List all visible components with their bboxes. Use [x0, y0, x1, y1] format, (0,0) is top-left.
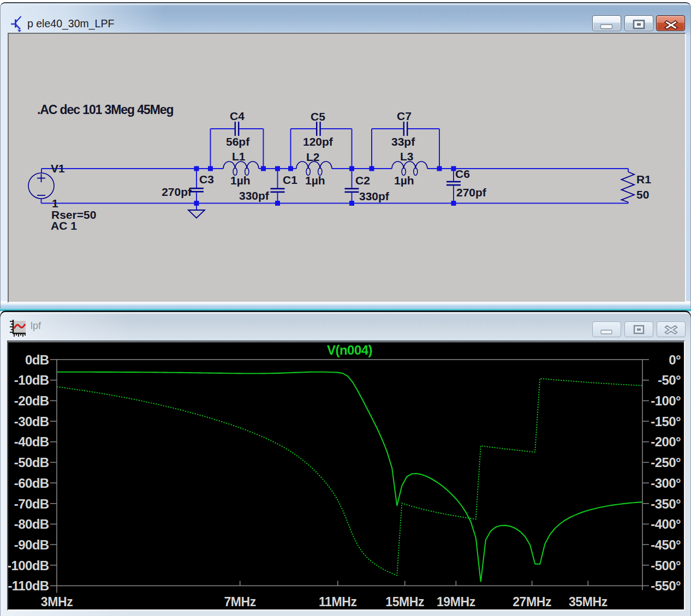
- svg-text:1: 1: [52, 197, 58, 210]
- svg-text:-10dB: -10dB: [14, 373, 49, 387]
- svg-text:15MHz: 15MHz: [385, 595, 424, 609]
- svg-text:50: 50: [636, 188, 649, 201]
- svg-text:-500°: -500°: [651, 558, 681, 573]
- svg-text:L2: L2: [306, 151, 320, 163]
- svg-text:-110dB: -110dB: [8, 578, 49, 593]
- svg-text:-30dB: -30dB: [14, 414, 49, 429]
- svg-text:33pf: 33pf: [391, 135, 415, 148]
- svg-text:-450°: -450°: [651, 537, 681, 552]
- svg-text:C5: C5: [311, 110, 325, 123]
- svg-text:-300°: -300°: [651, 476, 681, 491]
- svg-text:C6: C6: [455, 168, 470, 180]
- svg-text:330pf: 330pf: [239, 189, 270, 202]
- svg-text:19MHz: 19MHz: [437, 595, 475, 609]
- svg-text:27MHz: 27MHz: [513, 595, 551, 609]
- svg-text:R1: R1: [636, 173, 651, 186]
- svg-text:1µh: 1µh: [305, 174, 325, 187]
- svg-text:11MHz: 11MHz: [319, 595, 357, 609]
- svg-text:1µh: 1µh: [394, 174, 414, 187]
- svg-text:0dB: 0dB: [25, 352, 49, 367]
- svg-text:-90dB: -90dB: [14, 537, 49, 552]
- svg-text:V1: V1: [51, 162, 65, 175]
- svg-text:3MHz: 3MHz: [41, 595, 73, 609]
- svg-text:AC 1: AC 1: [51, 219, 77, 232]
- svg-text:-250°: -250°: [651, 455, 681, 470]
- svg-text:-350°: -350°: [651, 497, 681, 511]
- svg-text:C1: C1: [283, 174, 297, 186]
- svg-text:0°: 0°: [669, 352, 681, 367]
- svg-text:-50°: -50°: [658, 373, 681, 387]
- svg-text:270pf: 270pf: [456, 186, 487, 199]
- svg-text:-50dB: -50dB: [14, 455, 49, 470]
- svg-text:L3: L3: [400, 150, 414, 163]
- svg-text:-70dB: -70dB: [14, 497, 49, 511]
- svg-text:-200°: -200°: [651, 434, 681, 449]
- svg-text:120pf: 120pf: [303, 135, 333, 148]
- svg-text:270pf: 270pf: [162, 186, 192, 198]
- svg-text:1µh: 1µh: [230, 174, 251, 187]
- svg-text:V(n004): V(n004): [327, 343, 372, 357]
- svg-text:-20dB: -20dB: [14, 393, 49, 408]
- svg-text:7MHz: 7MHz: [224, 595, 255, 609]
- svg-text:-550°: -550°: [651, 578, 681, 593]
- svg-text:56pf: 56pf: [226, 135, 250, 148]
- svg-text:C2: C2: [355, 174, 370, 187]
- svg-text:C3: C3: [199, 173, 214, 186]
- svg-text:-40dB: -40dB: [14, 434, 49, 449]
- svg-text:-100°: -100°: [651, 393, 681, 408]
- svg-text:-400°: -400°: [651, 517, 681, 531]
- svg-text:330pf: 330pf: [359, 190, 390, 202]
- svg-text:-150°: -150°: [651, 414, 681, 429]
- svg-text:-60dB: -60dB: [14, 476, 49, 491]
- svg-text:L1: L1: [232, 150, 246, 163]
- svg-text:C4: C4: [230, 110, 245, 122]
- svg-text:35MHz: 35MHz: [569, 595, 607, 609]
- svg-text:-80dB: -80dB: [14, 517, 49, 531]
- svg-text:C7: C7: [397, 110, 412, 122]
- svg-text:-100dB: -100dB: [8, 558, 49, 573]
- svg-text:.AC dec 101 3Meg 45Meg: .AC dec 101 3Meg 45Meg: [37, 103, 173, 117]
